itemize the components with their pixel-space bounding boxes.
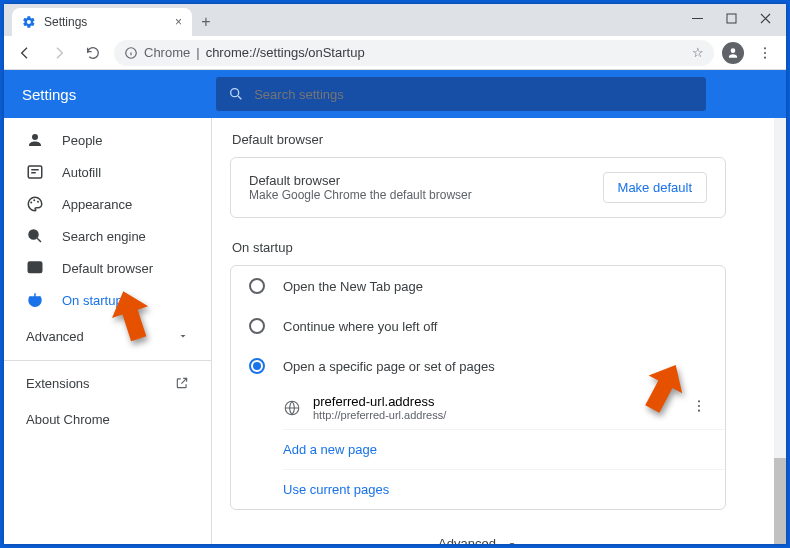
sidebar-item-appearance[interactable]: Appearance	[4, 188, 211, 220]
svg-point-5	[764, 47, 766, 49]
startup-option-continue[interactable]: Continue where you left off	[231, 306, 725, 346]
svg-point-21	[698, 400, 700, 402]
chrome-window: Settings × + Chrome | chrome://settings/…	[4, 4, 786, 544]
external-link-icon	[175, 376, 189, 390]
sidebar-item-on-startup[interactable]: On startup	[4, 284, 211, 316]
svg-point-15	[37, 201, 39, 203]
svg-point-13	[30, 202, 32, 204]
scrollbar-thumb[interactable]	[774, 458, 786, 544]
advanced-label: Advanced	[26, 329, 84, 344]
window-controls	[680, 4, 782, 32]
sidebar-item-people[interactable]: People	[4, 124, 211, 156]
sidebar-extensions[interactable]: Extensions	[4, 365, 211, 401]
startup-option-specific-page[interactable]: Open a specific page or set of pages	[231, 346, 725, 386]
maximize-button[interactable]	[714, 4, 748, 32]
svg-point-7	[764, 56, 766, 58]
use-current-pages-link[interactable]: Use current pages	[283, 469, 725, 509]
advanced-footer-label: Advanced	[438, 536, 496, 544]
chevron-down-icon	[506, 538, 518, 545]
person-icon	[26, 131, 44, 149]
sidebar-advanced-toggle[interactable]: Advanced	[4, 316, 211, 356]
default-browser-card: Default browser Make Google Chrome the d…	[230, 157, 726, 218]
page-url: http://preferred-url.address/	[313, 409, 446, 421]
main-panel: Default browser Default browser Make Goo…	[212, 118, 786, 544]
info-icon	[124, 46, 138, 60]
startup-page-item: preferred-url.address http://preferred-u…	[283, 386, 725, 429]
option-label: Open a specific page or set of pages	[283, 359, 495, 374]
advanced-footer-toggle[interactable]: Advanced	[230, 510, 726, 544]
minimize-button[interactable]	[680, 4, 714, 32]
globe-icon	[283, 399, 301, 417]
autofill-icon	[26, 163, 44, 181]
search-settings-box[interactable]	[216, 77, 706, 111]
reload-button[interactable]	[80, 40, 106, 66]
settings-header: Settings	[4, 70, 786, 118]
make-default-button[interactable]: Make default	[603, 172, 707, 203]
svg-rect-0	[692, 18, 703, 19]
close-icon[interactable]: ×	[175, 15, 182, 29]
option-label: Open the New Tab page	[283, 279, 423, 294]
power-icon	[26, 291, 44, 309]
divider	[4, 360, 211, 361]
gear-icon	[22, 15, 36, 29]
startup-option-new-tab[interactable]: Open the New Tab page	[231, 266, 725, 306]
forward-button[interactable]	[46, 40, 72, 66]
svg-point-14	[33, 199, 35, 201]
startup-pages-list: preferred-url.address http://preferred-u…	[231, 386, 725, 509]
sidebar-about-chrome[interactable]: About Chrome	[4, 401, 211, 437]
default-browser-subtitle: Make Google Chrome the default browser	[249, 188, 472, 202]
option-label: Continue where you left off	[283, 319, 437, 334]
svg-point-23	[698, 410, 700, 412]
sidebar: People Autofill Appearance Search engine…	[4, 118, 212, 544]
palette-icon	[26, 195, 44, 213]
sidebar-item-label: Search engine	[62, 229, 146, 244]
browser-tab[interactable]: Settings ×	[12, 8, 192, 36]
on-startup-card: Open the New Tab page Continue where you…	[230, 265, 726, 510]
sidebar-item-label: Autofill	[62, 165, 101, 180]
new-tab-button[interactable]: +	[192, 8, 220, 36]
back-button[interactable]	[12, 40, 38, 66]
page-title: preferred-url.address	[313, 394, 446, 409]
search-input[interactable]	[254, 87, 694, 102]
svg-rect-1	[727, 14, 736, 23]
sidebar-item-autofill[interactable]: Autofill	[4, 156, 211, 188]
svg-line-9	[238, 96, 241, 99]
about-label: About Chrome	[26, 412, 110, 427]
url-text: chrome://settings/onStartup	[206, 45, 365, 60]
more-vertical-icon	[691, 398, 707, 414]
address-bar[interactable]: Chrome | chrome://settings/onStartup ☆	[114, 40, 714, 66]
chevron-down-icon	[177, 330, 189, 342]
search-icon	[228, 86, 244, 102]
extensions-label: Extensions	[26, 376, 90, 391]
sidebar-item-label: Default browser	[62, 261, 153, 276]
toolbar: Chrome | chrome://settings/onStartup ☆	[4, 36, 786, 70]
content-area: People Autofill Appearance Search engine…	[4, 118, 786, 544]
tab-title: Settings	[44, 15, 87, 29]
sidebar-item-label: People	[62, 133, 102, 148]
add-new-page-link[interactable]: Add a new page	[283, 429, 725, 469]
svg-point-22	[698, 405, 700, 407]
browser-icon	[26, 259, 44, 277]
sidebar-item-search-engine[interactable]: Search engine	[4, 220, 211, 252]
profile-avatar[interactable]	[722, 42, 744, 64]
close-window-button[interactable]	[748, 4, 782, 32]
url-prefix: Chrome	[144, 45, 190, 60]
page-actions-menu[interactable]	[691, 398, 707, 417]
svg-point-8	[231, 89, 239, 97]
sidebar-item-default-browser[interactable]: Default browser	[4, 252, 211, 284]
search-icon	[26, 227, 44, 245]
bookmark-star-icon[interactable]: ☆	[692, 45, 704, 60]
radio-checked-icon	[249, 358, 265, 374]
settings-title: Settings	[22, 86, 76, 103]
browser-menu-button[interactable]	[752, 40, 778, 66]
titlebar: Settings × +	[4, 4, 786, 36]
svg-point-6	[764, 51, 766, 53]
radio-icon	[249, 318, 265, 334]
default-browser-label: Default browser	[249, 173, 472, 188]
radio-icon	[249, 278, 265, 294]
sidebar-item-label: Appearance	[62, 197, 132, 212]
sidebar-item-label: On startup	[62, 293, 123, 308]
svg-point-16	[29, 230, 38, 239]
section-title-on-startup: On startup	[232, 240, 726, 255]
section-title-default-browser: Default browser	[232, 132, 726, 147]
